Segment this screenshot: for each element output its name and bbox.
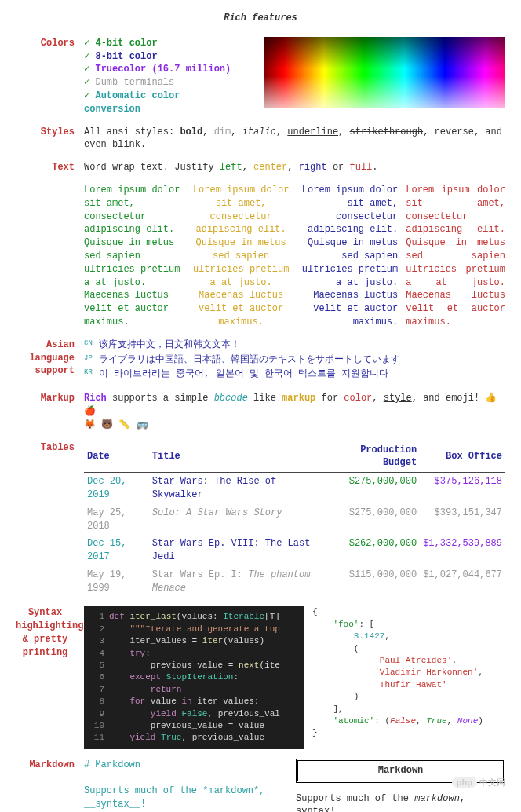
styles-italic: italic <box>242 126 276 137</box>
pp-open: { <box>312 607 318 616</box>
movies-table: Date Title Production Budget Box Office … <box>84 441 505 598</box>
t-full: full <box>350 162 373 173</box>
table-row: Dec 15, 2017 Star Wars Ep. VIII: The Las… <box>84 535 505 566</box>
colors-item-text: Automatic color conversion <box>84 90 180 115</box>
colors-item-text: 4-bit color <box>95 38 157 49</box>
pp-close: } <box>312 728 318 737</box>
section-syntax: Syntax highlighting & pretty printing 1d… <box>16 606 505 748</box>
cell-box: $1,332,539,889 <box>420 535 505 566</box>
cell-budget: $115,000,000 <box>323 566 420 598</box>
mdp0: Supports much of the <box>296 793 414 804</box>
t-right: right <box>299 162 327 173</box>
page-title: Rich features <box>16 12 505 25</box>
color-spectrum <box>264 37 505 108</box>
cell-date: Dec 20, 2019 <box>84 473 149 504</box>
t4: , <box>287 162 298 173</box>
check-icon: ✓ <box>84 51 89 62</box>
asian-row: KR 이 라이브러리는 중국어, 일본어 및 한국어 텍스트를 지원합니다 <box>84 368 505 381</box>
asian-tag: KR <box>84 368 93 381</box>
pp-false: False <box>390 716 416 726</box>
check-icon: ✓ <box>84 64 89 75</box>
pp-s3: 'Thufir Hawat' <box>374 680 446 689</box>
section-colors: Colors ✓ 4-bit color✓ 8-bit color✓ Truec… <box>16 37 505 116</box>
code-line: 8 for value in iter_values: <box>90 696 298 708</box>
lorem-right: Lorem ipsum dolor sit amet, consectetur … <box>299 184 399 329</box>
section-lorem: Lorem ipsum dolor sit amet, consectetur … <box>16 184 505 329</box>
code-line: 10 previous_value = value <box>90 720 298 732</box>
code-line: 1def iter_last(values: Iterable[T] <box>90 611 298 623</box>
label-asian: Asian language support <box>16 338 75 382</box>
th-budget: Production Budget <box>323 441 420 473</box>
pp-true: True <box>426 716 446 726</box>
th-box: Box Office <box>420 441 505 473</box>
section-styles: Styles All ansi styles: bold, dim, itali… <box>16 126 505 152</box>
styles-bold: bold <box>180 126 202 137</box>
colors-item: ✓ 4-bit color <box>84 37 232 50</box>
m2: like <box>248 393 282 404</box>
lorem-left: Lorem ipsum dolor sit amet, consectetur … <box>84 184 184 329</box>
cell-title: Star Wars Ep. I: The phantom Menace <box>149 566 323 598</box>
m1: supports a simple <box>107 393 214 404</box>
line-number: 9 <box>90 708 104 720</box>
pretty-print: { 'foo': [ 3.1427, ( 'Paul Atreides', 'V… <box>312 606 505 748</box>
cell-title: Star Wars Ep. VIII: The Last Jedi <box>149 535 323 566</box>
styles-dim: dim <box>214 126 231 137</box>
colors-item: ✓ Dumb terminals <box>84 76 232 90</box>
label-colors: Colors <box>16 37 75 116</box>
line-number: 1 <box>90 611 104 623</box>
cell-budget: $275,000,000 <box>323 473 420 504</box>
lorem-full: Lorem ipsum dolor sit amet, consectetur … <box>406 184 505 329</box>
m3: for <box>315 393 344 404</box>
line-number: 10 <box>90 720 104 732</box>
markup-bbcode: bbcode <box>214 393 248 404</box>
markup-emoji: 🦊 🐻 📏 🚌 <box>84 419 148 430</box>
label-text: Text <box>16 161 75 174</box>
asian-tag: CN <box>84 338 93 352</box>
md-paragraph: Supports much of the markdown, syntax! <box>296 792 505 812</box>
m4: , <box>372 393 383 404</box>
cell-date: May 19, 1999 <box>84 566 149 598</box>
label-styles: Styles <box>16 126 75 152</box>
styles-text: All ansi styles: bold, dim, italic, unde… <box>84 126 505 152</box>
code-line: 2 """Iterate and generate a tup <box>90 624 298 635</box>
colors-item: ✓ Truecolor (16.7 million) <box>84 63 232 76</box>
lorem-center: Lorem ipsum dolor sit amet, consectetur … <box>191 184 291 329</box>
code-line: 9 yield False, previous_val <box>90 708 298 720</box>
asian-text: 이 라이브러리는 중국어, 일본어 및 한국어 텍스트를 지원합니다 <box>99 368 389 381</box>
cell-date: May 25, 2018 <box>84 504 149 536</box>
styles-prefix: All ansi styles: <box>84 126 180 137</box>
cell-box: $393,151,347 <box>420 504 505 536</box>
asian-tag: JP <box>84 353 93 367</box>
markdown-raw: # Markdown Supports much of the *markdow… <box>84 759 280 812</box>
cell-date: Dec 15, 2017 <box>84 535 149 566</box>
watermark-cn: 中文网 <box>479 777 505 787</box>
t0: Word wrap text. Justify <box>84 162 220 173</box>
pp-num: 3.1427 <box>354 631 385 641</box>
label-empty <box>16 184 75 329</box>
section-text: Text Word wrap text. Justify left, cente… <box>16 161 505 174</box>
asian-content: CN 该库支持中文，日文和韩文文本！JP ライブラリは中国語、日本語、韓国語のテ… <box>84 338 505 382</box>
line-number: 2 <box>90 624 104 635</box>
mdp4: ! <box>330 806 335 812</box>
section-markup: Markup Rich supports a simple bbcode lik… <box>16 392 505 431</box>
markup-rich: Rich <box>84 393 107 404</box>
code-block: 1def iter_last(values: Iterable[T]2 """I… <box>84 606 304 748</box>
cell-title: Solo: A Star Wars Story <box>149 504 323 536</box>
label-syntax: Syntax highlighting & pretty printing <box>16 606 75 748</box>
watermark: php 中文网 <box>452 777 505 788</box>
table-row: May 19, 1999 Star Wars Ep. I: The phanto… <box>84 566 505 598</box>
line-number: 11 <box>90 732 104 744</box>
pp-foo: 'foo' <box>333 620 359 629</box>
styles-underline: underline <box>287 126 338 137</box>
styles-strike: strikethrough <box>350 126 424 137</box>
mdp2: , <box>460 793 465 804</box>
code-line: 4 try: <box>90 648 298 660</box>
colors-item-text: Dumb terminals <box>95 77 174 88</box>
line-number: 8 <box>90 696 104 708</box>
pp-none: None <box>457 716 478 726</box>
label-markdown: Markdown <box>16 759 75 812</box>
table-row: Dec 20, 2019 Star Wars: The Rise of Skyw… <box>84 473 505 504</box>
line-number: 3 <box>90 635 104 647</box>
colors-item-text: Truecolor (16.7 million) <box>95 64 231 75</box>
asian-row: JP ライブラリは中国語、日本語、韓国語のテキストをサポートしています <box>84 353 505 367</box>
